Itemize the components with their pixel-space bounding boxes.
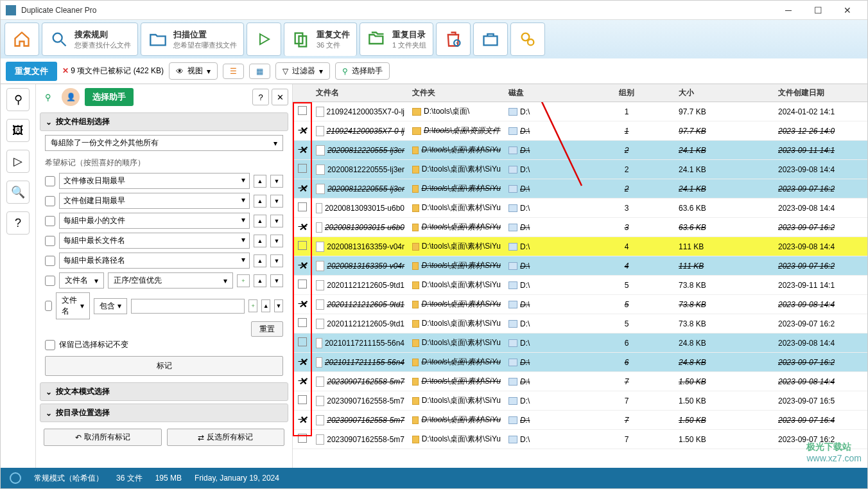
order-dropdown[interactable]: 正序/空值优先▾: [108, 272, 233, 289]
list-view-button[interactable]: ☰: [223, 64, 244, 79]
up-button[interactable]: ▲: [254, 175, 266, 188]
cancel-all-button[interactable]: ↶取消所有标记: [44, 429, 162, 446]
dup-files-tab[interactable]: 重复文件36 文件: [284, 22, 357, 56]
row-checkbox[interactable]: [298, 395, 307, 404]
mark-button[interactable]: 标记: [45, 356, 283, 376]
down-button[interactable]: ▼: [270, 274, 283, 287]
play-side-button[interactable]: ▷: [6, 150, 30, 173]
table-row[interactable]: ✕ 20210117211155-56n4 D:\tools\桌面\素材\SiY…: [293, 353, 867, 372]
toolbox-button[interactable]: [473, 22, 508, 56]
section-by-text[interactable]: ⌄按文本模式选择: [40, 382, 288, 401]
row-checkbox[interactable]: [298, 280, 307, 289]
reset-button[interactable]: 重置: [251, 321, 283, 337]
image-side-button[interactable]: 🖼: [6, 119, 30, 142]
rule-dropdown[interactable]: 文件创建日期最早▾: [59, 193, 250, 209]
keep-checkbox[interactable]: [45, 340, 55, 350]
table-row[interactable]: 20200813163359-v04r D:\tools\桌面\素材\SiYu …: [293, 237, 867, 256]
settings-button[interactable]: [510, 22, 545, 56]
search-side-button[interactable]: 🔍: [6, 181, 30, 204]
rule-dropdown[interactable]: 每組中最长路径名▾: [59, 253, 250, 269]
col-size[interactable]: 大小: [675, 87, 774, 98]
scan-location-tab[interactable]: 扫描位置您希望在哪查找文件: [141, 22, 244, 56]
help-side-button[interactable]: ?: [6, 211, 30, 235]
row-checkbox[interactable]: [298, 337, 307, 346]
row-checkbox[interactable]: [298, 164, 307, 173]
down-button[interactable]: ▼: [270, 175, 283, 188]
table-row[interactable]: 20201121212605-9td1 D:\tools\桌面\素材\SiYu …: [293, 314, 867, 333]
table-row[interactable]: ✕ 20200812220555-lj3er D:\tools\桌面\素材\Si…: [293, 179, 867, 199]
checkbox[interactable]: [45, 276, 55, 286]
col-folder[interactable]: 文件夹: [408, 87, 505, 98]
table-row[interactable]: ✕ 20230907162558-5m7 D:\tools\桌面\素材\SiYu…: [293, 411, 867, 430]
reverse-all-button[interactable]: ⇄反选所有标记: [167, 429, 285, 446]
table-row[interactable]: 20201121212605-9td1 D:\tools\桌面\素材\SiYu …: [293, 276, 867, 295]
dup-files-badge[interactable]: 重复文件: [6, 62, 57, 81]
table-row[interactable]: 2109241200035X7-0-lj D:\tools\桌面\ D:\ 1 …: [293, 102, 867, 121]
checkbox[interactable]: [45, 196, 55, 206]
maximize-button[interactable]: ☐: [803, 1, 833, 20]
up-button[interactable]: ▲: [254, 254, 266, 267]
filename-dropdown-2[interactable]: 文件名▾: [56, 292, 89, 319]
table-row[interactable]: 20210117211155-56n4 D:\tools\桌面\素材\SiYu …: [293, 333, 867, 353]
contains-input[interactable]: [131, 299, 245, 314]
scan-button[interactable]: [247, 22, 281, 56]
rule-dropdown[interactable]: 文件修改日期最早▾: [59, 173, 250, 189]
table-row[interactable]: ✕ 20200813093015-u6b0 D:\tools\桌面\素材\SiY…: [293, 218, 867, 237]
up-button[interactable]: ▲: [261, 299, 270, 312]
col-group[interactable]: 组别: [578, 87, 675, 98]
checkbox[interactable]: [45, 216, 55, 226]
table-row[interactable]: 20230907162558-5m7 D:\tools\桌面\素材\SiYu D…: [293, 430, 867, 449]
down-button[interactable]: ▼: [270, 215, 283, 227]
checkbox[interactable]: [45, 236, 55, 246]
up-button[interactable]: ▲: [254, 195, 266, 208]
down-button[interactable]: ▼: [274, 299, 283, 312]
table-row[interactable]: ✕ 20201121212605-9td1 D:\tools\桌面\素材\SiY…: [293, 295, 867, 314]
row-checkbox[interactable]: [298, 202, 307, 211]
panel-close-button[interactable]: ✕: [272, 89, 288, 105]
checkbox[interactable]: [45, 176, 55, 186]
checkbox[interactable]: [45, 256, 55, 266]
row-checkbox[interactable]: [298, 241, 307, 250]
delete-button[interactable]: [436, 22, 471, 56]
group-mode-dropdown[interactable]: 每組除了一份文件之外其他所有▾: [45, 135, 283, 151]
view-dropdown[interactable]: 👁视图 ▾: [169, 62, 218, 80]
filter-dropdown[interactable]: ▽过滤器 ▾: [275, 62, 330, 80]
down-button[interactable]: ▼: [270, 235, 283, 247]
table-row[interactable]: 20200812220555-lj3er D:\tools\桌面\素材\SiYu…: [293, 160, 867, 179]
table-row[interactable]: 20200813093015-u6b0 D:\tools\桌面\素材\SiYu …: [293, 199, 867, 218]
checkbox[interactable]: [45, 301, 52, 311]
down-button[interactable]: ▼: [270, 254, 283, 267]
add-button[interactable]: +: [237, 274, 250, 287]
assistant-side-button[interactable]: ⚲: [6, 88, 30, 111]
grid-view-button[interactable]: ▦: [249, 64, 270, 79]
section-by-location[interactable]: ⌄按目录位置选择: [40, 404, 288, 422]
row-checkbox[interactable]: [298, 434, 307, 443]
add-button[interactable]: +: [248, 299, 257, 312]
up-button[interactable]: ▲: [254, 235, 266, 247]
row-checkbox[interactable]: [298, 318, 307, 327]
section-by-group[interactable]: ⌄按文件组别选择: [40, 112, 288, 131]
table-row[interactable]: ✕ 20230907162558-5m7 D:\tools\桌面\素材\SiYu…: [293, 372, 867, 391]
search-rules-tab[interactable]: 搜索规则您要查找什么文件: [42, 22, 138, 56]
table-row[interactable]: ✕ 2109241200035X7-0-lj D:\tools\桌面\资源文件 …: [293, 121, 867, 141]
contains-dropdown[interactable]: 包含▾: [94, 298, 127, 314]
col-name[interactable]: 文件名: [312, 87, 408, 98]
assistant-button[interactable]: ⚲选择助手: [335, 62, 390, 80]
up-button[interactable]: ▲: [254, 215, 266, 227]
up-button[interactable]: ▲: [254, 274, 266, 287]
rule-dropdown[interactable]: 每組中最小的文件▾: [59, 213, 250, 229]
down-button[interactable]: ▼: [270, 195, 283, 208]
col-disk[interactable]: 磁盘: [505, 87, 578, 98]
rule-dropdown[interactable]: 每組中最长文件名▾: [59, 233, 250, 249]
row-checkbox[interactable]: [298, 106, 307, 115]
filename-dropdown[interactable]: 文件名▾: [59, 272, 104, 289]
table-row[interactable]: ✕ 20200812220555-lj3er D:\tools\桌面\素材\Si…: [293, 141, 867, 160]
close-button[interactable]: ✕: [833, 1, 862, 20]
home-button[interactable]: [4, 22, 39, 56]
panel-help-button[interactable]: ?: [252, 89, 269, 105]
table-row[interactable]: 20230907162558-5m7 D:\tools\桌面\素材\SiYu D…: [293, 391, 867, 411]
minimize-button[interactable]: ─: [774, 1, 803, 20]
table-row[interactable]: ✕ 20200813163359-v04r D:\tools\桌面\素材\SiY…: [293, 256, 867, 276]
col-date[interactable]: 文件创建日期: [774, 87, 867, 98]
dup-folders-tab[interactable]: 重复目录1 文件夹组: [360, 22, 433, 56]
